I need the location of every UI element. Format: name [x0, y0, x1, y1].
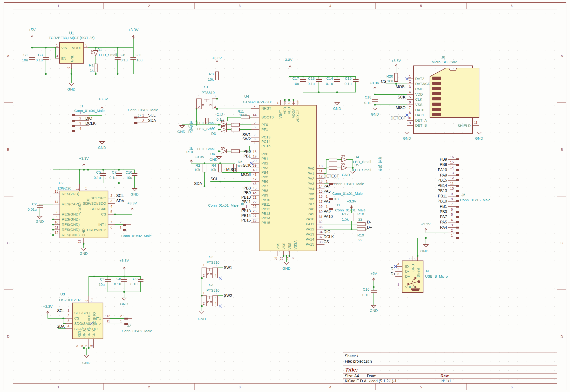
- field-text[interactable]: C14: [326, 76, 333, 80]
- field-text[interactable]: J5: [462, 193, 465, 197]
- field-text[interactable]: C18: [365, 95, 371, 99]
- field-text[interactable]: D1: [97, 47, 102, 52]
- field-text[interactable]: 10k: [210, 168, 216, 172]
- net-label[interactable]: PA7: [324, 199, 330, 203]
- field-text[interactable]: R3: [209, 72, 214, 76]
- net-label[interactable]: PA5: [324, 189, 330, 193]
- field-text[interactable]: 0.1u: [36, 58, 43, 62]
- net-label[interactable]: SW2: [242, 137, 251, 141]
- net-label[interactable]: SW1: [224, 266, 232, 270]
- net-label[interactable]: PA4: [324, 184, 330, 188]
- field-text[interactable]: LED_Small: [197, 121, 215, 125]
- field-text[interactable]: R19: [357, 233, 364, 237]
- field-text[interactable]: L3GD20: [58, 186, 71, 190]
- field-text[interactable]: C5: [96, 170, 101, 174]
- net-label[interactable]: PB14: [241, 214, 251, 218]
- schematic-sheet[interactable]: 112233445566AABBCCDDSheet: /File: projec…: [0, 0, 570, 392]
- field-text[interactable]: U2: [59, 181, 63, 185]
- field-text[interactable]: +3.3V: [98, 97, 108, 101]
- net-label[interactable]: PB8: [243, 186, 251, 190]
- field-text[interactable]: GND: [403, 136, 411, 140]
- net-label[interactable]: PB11: [438, 194, 447, 198]
- field-text[interactable]: +3.3V: [421, 222, 431, 226]
- field-text[interactable]: 1k: [378, 159, 382, 164]
- net-label[interactable]: PB0: [243, 150, 251, 154]
- field-text[interactable]: GND: [98, 145, 106, 150]
- field-text[interactable]: Conn_01x02_Male: [121, 234, 152, 238]
- field-text[interactable]: 0.1u: [362, 293, 369, 297]
- net-label[interactable]: SDA: [148, 118, 156, 123]
- field-text[interactable]: S1: [204, 85, 208, 89]
- field-text[interactable]: J6: [441, 55, 445, 59]
- field-text[interactable]: J8: [240, 202, 244, 206]
- field-text[interactable]: 10k: [208, 77, 214, 81]
- field-text[interactable]: +5V: [29, 28, 36, 32]
- field-text[interactable]: 0.1u: [217, 117, 224, 121]
- field-text[interactable]: D3: [211, 131, 216, 136]
- field-text[interactable]: GND: [177, 129, 185, 134]
- net-label[interactable]: D+: [390, 272, 396, 276]
- field-text[interactable]: GND: [370, 308, 378, 312]
- field-text[interactable]: 0.01u: [28, 207, 37, 211]
- net-label[interactable]: PA9: [440, 173, 447, 177]
- net-label[interactable]: DCLK: [324, 235, 334, 239]
- net-label[interactable]: CS: [324, 240, 329, 244]
- field-text[interactable]: D4: [354, 155, 359, 159]
- net-label[interactable]: MISO: [226, 168, 236, 172]
- field-text[interactable]: GND: [130, 192, 139, 196]
- field-text[interactable]: J4: [425, 269, 429, 273]
- field-text[interactable]: 10u: [22, 58, 28, 62]
- field-text[interactable]: Conn_01x02_Male: [122, 329, 152, 333]
- field-text[interactable]: 0.1u: [114, 282, 121, 286]
- net-label[interactable]: SCL: [210, 177, 218, 181]
- net-label[interactable]: PB1: [243, 154, 251, 158]
- field-text[interactable]: GND: [80, 251, 88, 255]
- field-text[interactable]: Conn_01x01_Male: [208, 203, 239, 207]
- field-text[interactable]: TCR2EF33,LM(CT (SOT-25): [49, 36, 95, 40]
- net-label[interactable]: PA10: [438, 168, 447, 172]
- net-label[interactable]: PA9: [324, 210, 330, 214]
- field-text[interactable]: 1k: [90, 68, 93, 72]
- field-text[interactable]: J7: [137, 113, 141, 117]
- field-text[interactable]: Conn_01x01_Male: [335, 208, 366, 212]
- field-text[interactable]: 0.1u: [120, 58, 128, 62]
- field-text[interactable]: U3: [60, 292, 65, 296]
- net-label[interactable]: SDA: [194, 182, 202, 186]
- field-text[interactable]: D5: [354, 163, 359, 167]
- field-text[interactable]: C7: [112, 170, 117, 174]
- field-text[interactable]: 10u: [126, 176, 132, 180]
- net-label[interactable]: SCK: [243, 163, 251, 167]
- field-text[interactable]: 0.1u: [345, 82, 352, 86]
- field-text[interactable]: C1: [23, 53, 28, 57]
- net-label[interactable]: PB13: [438, 189, 447, 193]
- field-text[interactable]: GND: [67, 87, 75, 91]
- net-label[interactable]: PB13: [241, 209, 251, 213]
- field-text[interactable]: 10u: [293, 82, 299, 86]
- field-text[interactable]: C6: [117, 277, 121, 281]
- field-text[interactable]: 10k: [194, 168, 200, 172]
- net-label[interactable]: PA10: [324, 214, 333, 219]
- net-label[interactable]: D-: [367, 220, 371, 224]
- field-text[interactable]: C9: [133, 277, 137, 281]
- field-text[interactable]: GND: [210, 157, 218, 162]
- net-label[interactable]: PA5: [440, 220, 447, 224]
- net-label[interactable]: DCLK: [85, 121, 96, 126]
- field-text[interactable]: J2: [127, 324, 131, 328]
- field-text[interactable]: 10k: [387, 79, 393, 83]
- field-text[interactable]: +3.3V: [391, 58, 401, 63]
- net-label[interactable]: DIO: [85, 116, 92, 120]
- field-text[interactable]: 22: [358, 238, 362, 242]
- field-text[interactable]: 0.1u: [109, 176, 117, 180]
- field-text[interactable]: J9: [335, 177, 339, 181]
- field-text[interactable]: C13: [308, 76, 315, 80]
- field-text[interactable]: 0.1u: [326, 82, 333, 86]
- net-label[interactable]: MISO: [396, 106, 405, 110]
- field-text[interactable]: 1k: [378, 168, 382, 172]
- field-text[interactable]: +3.3V: [79, 156, 89, 160]
- field-text[interactable]: Micro_SD_Card: [432, 60, 457, 64]
- field-text[interactable]: R18: [357, 212, 364, 216]
- net-label[interactable]: PB14: [438, 183, 447, 188]
- field-text[interactable]: PTS810: [206, 260, 219, 264]
- net-label[interactable]: SW1: [242, 133, 251, 137]
- field-text[interactable]: GND: [198, 317, 206, 321]
